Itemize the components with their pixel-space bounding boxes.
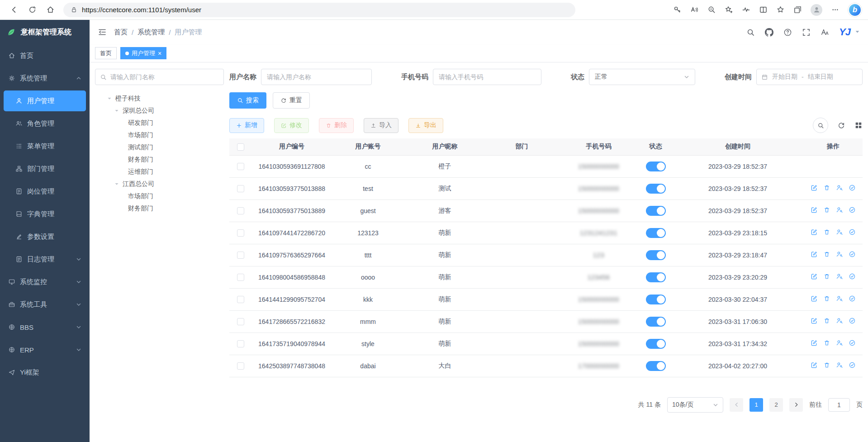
close-tab-icon[interactable]: × xyxy=(158,50,161,57)
github-icon[interactable] xyxy=(765,28,773,37)
reset-password-icon[interactable] xyxy=(836,295,843,302)
assign-role-icon[interactable] xyxy=(849,273,856,280)
delete-action-icon[interactable] xyxy=(823,251,830,258)
favorites-bar-icon[interactable] xyxy=(776,5,785,14)
sidebar-item-bbs[interactable]: BBS xyxy=(0,316,90,338)
address-bar[interactable]: https://ccnetcore.com:1101/system/user xyxy=(63,3,575,17)
reload-icon[interactable] xyxy=(24,2,40,18)
assign-role-icon[interactable] xyxy=(849,317,856,324)
collapse-sidebar-icon[interactable] xyxy=(98,28,107,37)
phone-input[interactable] xyxy=(433,69,541,85)
delete-action-icon[interactable] xyxy=(823,273,830,280)
help-icon[interactable] xyxy=(783,28,792,37)
reset-password-icon[interactable] xyxy=(836,317,843,324)
edit-action-icon[interactable] xyxy=(811,206,818,214)
page-size-select[interactable]: 10条/页 xyxy=(667,397,723,413)
breadcrumb-item[interactable]: 系统管理 xyxy=(138,28,165,37)
assign-role-icon[interactable] xyxy=(849,295,856,302)
sidebar-item-user-management[interactable]: 用户管理 xyxy=(4,90,86,111)
row-checkbox[interactable] xyxy=(237,340,244,347)
reset-password-icon[interactable] xyxy=(836,251,843,258)
row-checkbox[interactable] xyxy=(237,163,244,170)
page-number-button[interactable]: 1 xyxy=(749,398,763,412)
key-icon[interactable] xyxy=(673,5,682,14)
sidebar-item-system-monitor[interactable]: 系统监控 xyxy=(0,271,90,293)
row-checkbox[interactable] xyxy=(237,318,244,325)
row-checkbox[interactable] xyxy=(237,207,244,214)
table-search-icon[interactable] xyxy=(813,118,828,133)
status-toggle[interactable] xyxy=(646,361,666,371)
tree-node[interactable]: 橙子科技 xyxy=(95,92,224,105)
caret-down-icon[interactable] xyxy=(113,182,120,186)
table-layout-icon[interactable] xyxy=(854,121,863,129)
browser-home-icon[interactable] xyxy=(43,2,58,18)
row-checkbox[interactable] xyxy=(237,362,244,370)
back-icon[interactable] xyxy=(6,2,22,18)
assign-role-icon[interactable] xyxy=(849,206,856,214)
reset-password-icon[interactable] xyxy=(836,184,843,191)
row-checkbox[interactable] xyxy=(237,296,244,303)
reset-password-icon[interactable] xyxy=(836,339,843,347)
reset-password-icon[interactable] xyxy=(836,273,843,280)
tree-node[interactable]: 财务部门 xyxy=(95,153,224,166)
search-icon[interactable] xyxy=(746,28,755,37)
department-search-input[interactable] xyxy=(110,73,219,81)
sidebar-item-yi-framework[interactable]: Yi框架 xyxy=(0,361,90,384)
sidebar-item-dept-management[interactable]: 部门管理 xyxy=(0,157,90,180)
status-select[interactable]: 正常 xyxy=(589,69,695,85)
reset-password-icon[interactable] xyxy=(836,361,843,369)
tree-node[interactable]: 研发部门 xyxy=(95,117,224,129)
breadcrumb-item[interactable]: 首页 xyxy=(114,28,128,37)
status-toggle[interactable] xyxy=(646,339,666,349)
avatar-caret-icon[interactable] xyxy=(855,29,860,34)
tree-node[interactable]: 财务部门 xyxy=(95,202,224,214)
sidebar-item-home[interactable]: 首页 xyxy=(0,44,90,67)
reset-button[interactable]: 重置 xyxy=(273,92,310,109)
select-all-checkbox[interactable] xyxy=(237,143,244,151)
status-toggle[interactable] xyxy=(646,162,666,171)
collections-icon[interactable] xyxy=(793,5,802,14)
sidebar-item-system-management[interactable]: 系统管理 xyxy=(0,67,90,90)
username-input[interactable] xyxy=(261,69,372,85)
sidebar-item-dict-management[interactable]: 字典管理 xyxy=(0,203,90,225)
assign-role-icon[interactable] xyxy=(849,361,856,369)
tree-node[interactable]: 深圳总公司 xyxy=(95,105,224,117)
tab-用户管理[interactable]: 用户管理× xyxy=(120,47,166,59)
status-toggle[interactable] xyxy=(646,206,666,216)
page-lock-icon[interactable] xyxy=(71,6,77,13)
row-checkbox[interactable] xyxy=(237,252,244,259)
prev-page-button[interactable] xyxy=(730,398,743,412)
status-toggle[interactable] xyxy=(646,295,666,304)
font-size-icon[interactable] xyxy=(821,28,829,37)
caret-down-icon[interactable] xyxy=(106,96,113,101)
add-button[interactable]: 新增 xyxy=(229,118,264,133)
page-number-button[interactable]: 2 xyxy=(769,398,783,412)
sidebar-item-param-settings[interactable]: 参数设置 xyxy=(0,225,90,248)
delete-action-icon[interactable] xyxy=(823,295,830,302)
row-checkbox[interactable] xyxy=(237,229,244,237)
status-toggle[interactable] xyxy=(646,250,666,260)
profile-icon[interactable] xyxy=(811,4,822,16)
reset-password-icon[interactable] xyxy=(836,206,843,214)
row-checkbox[interactable] xyxy=(237,274,244,281)
delete-button[interactable]: 删除 xyxy=(319,118,354,133)
export-button[interactable]: 导出 xyxy=(408,118,443,133)
goto-page-input[interactable] xyxy=(828,398,850,412)
zoom-icon[interactable] xyxy=(707,5,716,14)
favorites-icon[interactable] xyxy=(725,5,733,14)
delete-action-icon[interactable] xyxy=(823,361,830,369)
caret-down-icon[interactable] xyxy=(113,109,120,113)
edit-action-icon[interactable] xyxy=(811,295,818,302)
fullscreen-icon[interactable] xyxy=(802,28,811,37)
sidebar-item-role-management[interactable]: 角色管理 xyxy=(0,112,90,135)
table-refresh-icon[interactable] xyxy=(837,121,845,129)
delete-action-icon[interactable] xyxy=(823,184,830,191)
sidebar-item-system-tools[interactable]: 系统工具 xyxy=(0,293,90,316)
assign-role-icon[interactable] xyxy=(849,339,856,347)
edit-action-icon[interactable] xyxy=(811,339,818,347)
edit-action-icon[interactable] xyxy=(811,251,818,258)
modify-button[interactable]: 修改 xyxy=(274,118,309,133)
tree-node[interactable]: 运维部门 xyxy=(95,166,224,178)
tree-node[interactable]: 测试部门 xyxy=(95,141,224,153)
bing-copilot-icon[interactable]: b xyxy=(848,3,862,17)
